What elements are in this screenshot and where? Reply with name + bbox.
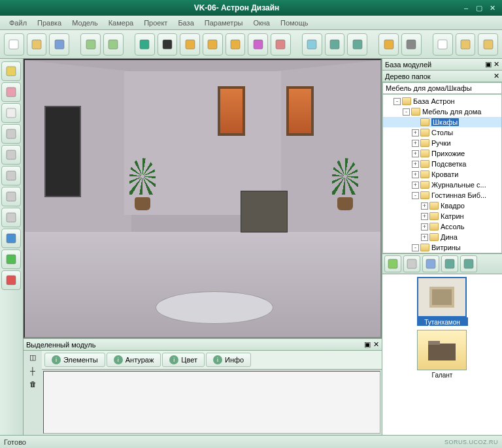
menu-помощь[interactable]: Помощь: [275, 18, 314, 28]
list-view-button[interactable]: [460, 255, 477, 272]
redo-button[interactable]: [103, 33, 124, 56]
tree-toggle-icon[interactable]: +: [412, 161, 419, 168]
3d-viewport[interactable]: [24, 59, 382, 338]
svg-rect-33: [426, 259, 435, 268]
panel-close-button[interactable]: ✕: [494, 60, 499, 69]
tree-toggle-icon[interactable]: +: [421, 202, 428, 210]
cube-white-button[interactable]: [1, 103, 21, 123]
tree-toggle-icon[interactable]: -: [403, 108, 410, 116]
cube-pink-button[interactable]: [1, 82, 21, 102]
menu-окна[interactable]: Окна: [248, 18, 275, 28]
folder-tree[interactable]: -База Астрон-Мебель для домаШкафы+Столы+…: [382, 94, 502, 253]
menu-проект[interactable]: Проект: [139, 18, 173, 28]
panel-close-button[interactable]: ✕: [373, 340, 379, 349]
arrow-up-green-button[interactable]: [1, 249, 21, 269]
slider-icon[interactable]: ┼: [30, 367, 35, 375]
cube-persp-button[interactable]: [1, 187, 21, 206]
mirror-icon[interactable]: ◫: [29, 353, 36, 362]
tree-toggle-icon[interactable]: +: [412, 129, 419, 136]
hand-button[interactable]: [378, 33, 399, 56]
tree-node[interactable]: +Прихожие: [383, 148, 501, 159]
select-frame-button[interactable]: [135, 33, 155, 56]
tree-node[interactable]: +Подсветка: [383, 159, 501, 169]
color-wheel-button[interactable]: [248, 33, 268, 56]
tree-node[interactable]: +Дина: [383, 232, 501, 242]
tree-node[interactable]: +Столы: [383, 127, 501, 138]
thumbnail-list[interactable]: ТутанхамонГалант: [382, 274, 502, 435]
tree-toggle-icon[interactable]: +: [412, 182, 419, 189]
panel-undock-button[interactable]: ▣: [364, 340, 371, 349]
flip-button[interactable]: [347, 33, 367, 56]
tree-node[interactable]: +Ручки: [383, 138, 501, 148]
export-l-button[interactable]: [456, 33, 476, 56]
cube-front-button[interactable]: [1, 124, 21, 144]
cube-y-button[interactable]: [1, 61, 21, 81]
tab-цвет[interactable]: iЦвет: [162, 353, 205, 367]
menu-модель[interactable]: Модель: [67, 18, 103, 28]
module-button[interactable]: [403, 255, 420, 272]
cube-wire-button[interactable]: [1, 208, 21, 227]
panel-close-button[interactable]: ✕: [494, 72, 499, 80]
tree-toggle-icon[interactable]: -: [412, 192, 419, 199]
panel-undock-button[interactable]: ▣: [485, 60, 492, 69]
tree-node[interactable]: +Журнальные с...: [383, 180, 501, 190]
tree-node[interactable]: +Кровати: [383, 169, 501, 180]
new-button[interactable]: [4, 33, 24, 56]
tab-label: Элементы: [63, 356, 98, 364]
grid-view-button[interactable]: [441, 255, 458, 272]
tree-node[interactable]: -Витрины: [383, 242, 501, 253]
tab-элементы[interactable]: iЭлементы: [44, 353, 105, 367]
tree-toggle-icon[interactable]: -: [393, 98, 401, 105]
arrow-right-red-button[interactable]: [1, 270, 21, 290]
thumbnail-label: Тутанхамон: [417, 317, 468, 326]
tree-node[interactable]: -Мебель для дома: [383, 106, 501, 117]
tree-node[interactable]: +Катрин: [383, 211, 501, 221]
tree-toggle-icon[interactable]: +: [421, 234, 428, 241]
menu-файл[interactable]: Файл: [4, 18, 32, 28]
tree-toggle-icon[interactable]: +: [412, 150, 419, 157]
page-button[interactable]: [433, 33, 453, 56]
tree-toggle-icon[interactable]: -: [412, 244, 419, 251]
grid-button[interactable]: [401, 33, 422, 56]
thumbnail-item[interactable]: Галант: [417, 330, 468, 379]
tree-node[interactable]: +Ассоль: [383, 221, 501, 232]
export-r-button[interactable]: [478, 33, 498, 56]
menu-база[interactable]: База: [173, 18, 199, 28]
trash-icon[interactable]: 🗑: [29, 380, 37, 388]
tree-node[interactable]: +Квадро: [383, 200, 501, 211]
tree-node[interactable]: -База Астрон: [383, 96, 501, 106]
cube-iso-button[interactable]: [1, 145, 21, 165]
tree-toggle-icon[interactable]: +: [421, 223, 428, 231]
tab-антураж[interactable]: iАнтураж: [107, 353, 161, 367]
door-button[interactable]: [271, 33, 291, 56]
tree-toggle-icon[interactable]: +: [412, 140, 419, 147]
tree-node[interactable]: -Гостинная Биб...: [383, 190, 501, 200]
close-button[interactable]: ✕: [486, 3, 498, 13]
menu-параметры[interactable]: Параметры: [199, 18, 248, 28]
pointer-button[interactable]: [158, 33, 178, 56]
minimize-button[interactable]: –: [460, 3, 472, 13]
cube-back-button[interactable]: [1, 166, 21, 185]
tree-toggle-icon[interactable]: +: [412, 171, 419, 178]
save-button[interactable]: [49, 33, 69, 56]
undo-button[interactable]: [80, 33, 101, 56]
up-folder-button[interactable]: [384, 255, 401, 272]
paint-button[interactable]: [302, 33, 322, 56]
thumbnail-item[interactable]: Тутанхамон: [417, 277, 468, 326]
move-button[interactable]: [180, 33, 200, 56]
menu-правка[interactable]: Правка: [32, 18, 67, 28]
menu-камера[interactable]: Камера: [103, 18, 139, 28]
tab-инфо[interactable]: iИнфо: [206, 353, 251, 367]
arrow-down-button[interactable]: [1, 229, 21, 248]
svg-rect-29: [7, 255, 16, 264]
maximize-button[interactable]: ▢: [473, 3, 485, 13]
tree-node[interactable]: Шкафы: [383, 117, 501, 127]
tree-toggle-icon[interactable]: +: [421, 213, 428, 220]
mirror-h-button[interactable]: [325, 33, 345, 56]
rotate-free-button[interactable]: [226, 33, 246, 56]
search-button[interactable]: [422, 255, 439, 272]
open-button[interactable]: [27, 33, 47, 56]
thumbnail-label: Галант: [417, 370, 468, 379]
tree-label: Гостинная Биб...: [431, 191, 486, 199]
rotate-90-button[interactable]: [203, 33, 223, 56]
